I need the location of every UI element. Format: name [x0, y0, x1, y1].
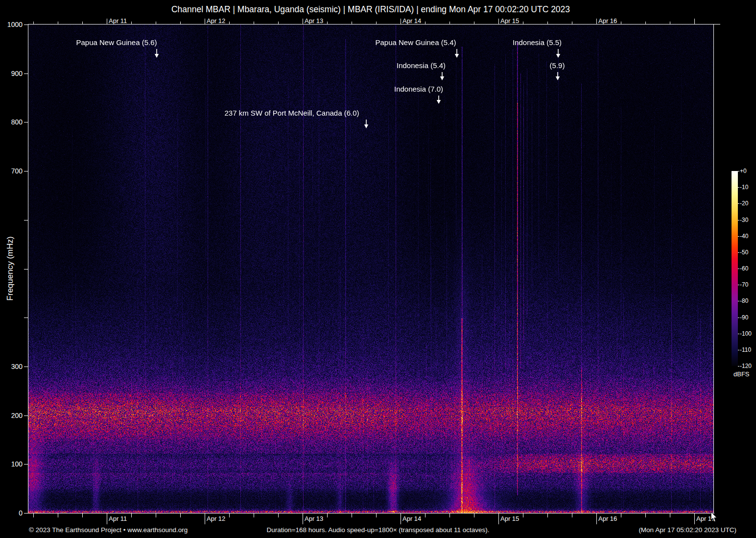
x-tick-label-bottom: Apr 11 [109, 515, 127, 522]
y-tick [24, 24, 28, 25]
plot-border-left [28, 24, 28, 514]
x-tick-minor-top [156, 22, 156, 24]
x-tick-minor-bottom [180, 514, 181, 517]
x-tick-minor-bottom [156, 514, 156, 517]
y-tick [24, 269, 28, 269]
x-tick-minor-bottom [572, 514, 572, 517]
y-tick-label: 0 [0, 509, 23, 517]
colorbar-tick [738, 236, 739, 237]
colorbar-tick [738, 301, 739, 301]
colorbar-tick [738, 334, 739, 334]
x-tick-label-top: Apr 11 [109, 17, 127, 24]
y-tick [24, 367, 28, 367]
x-tick-minor-top [523, 22, 523, 24]
x-tick-minor-bottom [425, 514, 425, 517]
x-tick-minor-top [670, 22, 670, 24]
x-tick-minor-bottom [474, 514, 474, 517]
colorbar-tick [738, 318, 739, 318]
x-tick-minor-bottom [82, 514, 83, 517]
annotation-label: Papua New Guinea (5.4) [375, 38, 456, 47]
x-tick-major-bottom [596, 514, 597, 524]
x-tick-minor-top [278, 22, 279, 24]
y-tick [24, 464, 28, 465]
y-tick [24, 73, 28, 74]
colorbar-tick [738, 350, 739, 350]
colorbar-tick [738, 220, 739, 220]
colorbar-gradient [732, 171, 738, 366]
y-tick [24, 122, 28, 122]
y-tick-label: 900 [0, 70, 23, 77]
x-tick-minor-bottom [670, 514, 670, 517]
x-tick-minor-top [474, 22, 474, 24]
colorbar-tick [738, 171, 739, 171]
colorbar-tick-label: -120 [740, 363, 752, 369]
y-tick [24, 416, 28, 416]
x-tick-major-top [107, 19, 107, 24]
x-tick-minor-top [572, 22, 572, 24]
y-tick [24, 220, 28, 220]
x-tick-minor-top [229, 22, 230, 24]
x-tick-major-bottom [303, 514, 303, 524]
annotation-label: Indonesia (5.5) [513, 38, 562, 47]
x-tick-minor-bottom [58, 514, 58, 517]
colorbar-tick-label: -60 [740, 265, 748, 272]
x-tick-minor-top [352, 22, 352, 24]
colorbar-tick-label: -40 [740, 233, 748, 240]
colorbar-tick-label: +0 [740, 168, 747, 174]
colorbar-tick-label: -110 [740, 346, 751, 353]
x-tick-minor-bottom [547, 514, 548, 517]
x-tick-label-bottom: Apr 12 [207, 515, 225, 522]
x-tick-minor-bottom [523, 514, 523, 517]
annotation-label: Indonesia (7.0) [394, 85, 443, 93]
plot-border-right [713, 24, 714, 514]
annotation-down-arrow-icon [154, 49, 159, 60]
x-tick-minor-bottom [278, 514, 279, 517]
y-tick [24, 171, 28, 171]
x-tick-minor-bottom [621, 514, 621, 517]
footer-copyright: © 2023 The Earthsound Project • www.eart… [29, 526, 188, 534]
colorbar-tick-label: -80 [740, 297, 748, 304]
y-tick-label: 100 [0, 460, 23, 468]
x-tick-minor-bottom [449, 514, 450, 517]
annotation-down-arrow-icon [555, 72, 560, 82]
x-tick-label-bottom: Apr 15 [500, 515, 519, 522]
x-tick-label-bottom: Apr 16 [598, 515, 617, 522]
x-tick-minor-bottom [327, 514, 328, 517]
x-tick-label-top: Apr 13 [305, 17, 323, 24]
x-tick-minor-bottom [33, 514, 34, 517]
colorbar-unit-label: dBFS [733, 370, 750, 378]
annotation-down-arrow-icon [454, 49, 459, 60]
x-tick-minor-bottom [645, 514, 646, 517]
x-tick-minor-top [58, 22, 58, 24]
x-tick-major-top [596, 19, 597, 24]
page-title: Channel MBAR | Mbarara, Uganda (seismic)… [171, 4, 570, 15]
annotation-down-arrow-icon [364, 120, 369, 130]
x-tick-major-bottom [107, 514, 107, 524]
x-tick-label-top: Apr 16 [598, 17, 617, 24]
x-tick-minor-top [449, 22, 450, 24]
x-tick-major-top [498, 19, 499, 24]
x-tick-major-bottom [205, 514, 205, 524]
x-tick-minor-top [645, 22, 646, 24]
y-tick-label: 800 [0, 118, 23, 126]
x-tick-label-top: Apr 14 [402, 17, 421, 24]
colorbar-tick [738, 252, 739, 253]
colorbar-tick-label: -10 [740, 184, 748, 191]
x-tick-minor-top [180, 22, 181, 24]
x-tick-major-top [401, 19, 401, 24]
x-tick-minor-top [254, 22, 254, 24]
x-tick-minor-top [376, 22, 377, 24]
x-tick-minor-bottom [254, 514, 254, 517]
colorbar-tick-label: -30 [740, 217, 748, 223]
x-tick-minor-bottom [229, 514, 230, 517]
x-tick-label-top: Apr 12 [207, 17, 225, 24]
colorbar-tick-label: -20 [740, 200, 748, 207]
x-tick-major-top [205, 19, 205, 24]
annotation-label: Indonesia (5.4) [397, 61, 446, 70]
colorbar-tick-label: -50 [740, 249, 748, 256]
x-tick-minor-top [621, 22, 621, 24]
annotation-label: 237 km SW of Port McNeill, Canada (6.0) [224, 109, 359, 117]
spectrogram-page: Channel MBAR | Mbarara, Uganda (seismic)… [0, 0, 756, 538]
x-tick-major-top [694, 19, 695, 24]
colorbar-tick-label: -100 [740, 330, 752, 337]
